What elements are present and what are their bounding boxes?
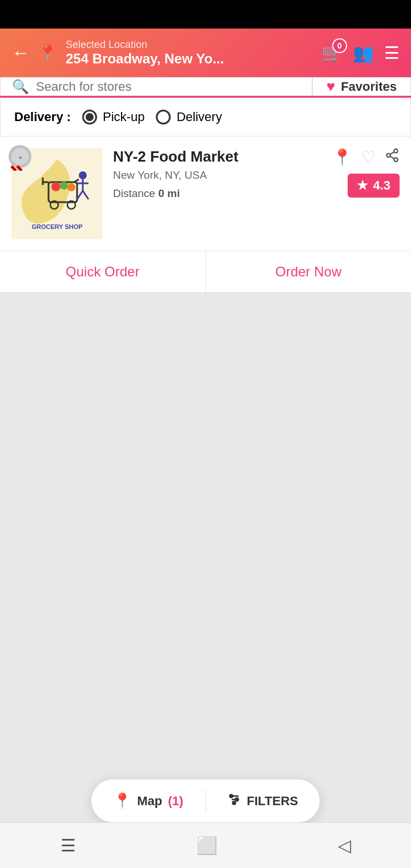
store-share-button[interactable] xyxy=(385,148,400,167)
store-card-footer: Quick Order Order Now xyxy=(0,251,411,292)
quick-order-button[interactable]: Quick Order xyxy=(0,251,206,292)
header-icons: 🛒 0 👥 ☰ xyxy=(321,43,400,63)
location-pin-icon: 📍 xyxy=(38,43,58,62)
header: ← 📍 Selected Location 254 Broadway, New … xyxy=(0,29,411,77)
nav-back-icon[interactable]: ◁ xyxy=(338,835,351,855)
delivery-picker-label: Delivery : xyxy=(14,110,71,124)
svg-point-22 xyxy=(386,154,390,158)
svg-point-29 xyxy=(230,794,233,797)
nav-menu-icon[interactable]: ☰ xyxy=(61,835,76,855)
bottom-bar: 📍 Map (1) FILTERS xyxy=(91,779,320,822)
search-input-wrapper: 🔍 xyxy=(0,77,312,96)
svg-point-23 xyxy=(394,158,398,162)
cart-badge: 0 xyxy=(332,38,347,53)
map-pin-icon: 📍 xyxy=(113,792,131,810)
store-logo-wrapper: ★ xyxy=(11,148,103,239)
heart-icon: ♥ xyxy=(327,78,335,95)
rating-value: 4.3 xyxy=(373,178,390,193)
svg-point-13 xyxy=(60,182,68,190)
store-rating: ★ 4.3 xyxy=(348,174,400,198)
medal-badge: ★ xyxy=(6,142,34,171)
location-info: Selected Location 254 Broadway, New Yo..… xyxy=(66,39,313,67)
star-icon: ★ xyxy=(357,178,368,193)
nav-home-icon[interactable]: ⬜ xyxy=(196,835,217,855)
status-bar xyxy=(0,0,411,29)
store-favorite-button[interactable]: ♡ xyxy=(361,148,376,167)
svg-point-31 xyxy=(233,801,236,804)
svg-point-21 xyxy=(394,149,398,153)
store-actions-row: 📍 ♡ ★ 4.3 xyxy=(332,148,400,198)
referral-icon[interactable]: 👥 xyxy=(353,43,374,63)
back-button[interactable]: ← xyxy=(11,42,30,63)
map-label: Map xyxy=(137,794,162,809)
cart-wrapper[interactable]: 🛒 0 xyxy=(321,43,342,63)
svg-text:GROCERY SHOP: GROCERY SHOP xyxy=(31,223,82,230)
pickup-option[interactable]: Pick-up xyxy=(82,110,144,124)
delivery-option[interactable]: Delivery xyxy=(156,110,221,124)
map-count: (1) xyxy=(168,794,183,809)
favorites-label: Favorites xyxy=(341,79,397,94)
delivery-picker: Delivery : Pick-up Delivery xyxy=(0,98,411,136)
svg-line-24 xyxy=(390,156,394,159)
delivery-label: Delivery xyxy=(176,110,221,124)
favorites-button[interactable]: ♥ Favorites xyxy=(312,77,411,96)
svg-line-25 xyxy=(390,152,394,154)
store-location-button[interactable]: 📍 xyxy=(332,148,352,167)
nav-bar: ☰ ⬜ ◁ xyxy=(0,822,411,868)
search-icon: 🔍 xyxy=(12,79,29,95)
map-button[interactable]: 📍 Map (1) xyxy=(91,779,206,822)
filters-label: FILTERS xyxy=(247,794,298,809)
store-card-main: ★ xyxy=(0,136,411,251)
svg-point-30 xyxy=(236,798,239,801)
search-input[interactable] xyxy=(36,79,300,94)
svg-text:★: ★ xyxy=(18,155,23,160)
svg-point-14 xyxy=(67,183,75,191)
search-bar: 🔍 ♥ Favorites xyxy=(0,77,411,98)
svg-point-12 xyxy=(51,182,61,191)
filters-icon xyxy=(227,793,241,810)
location-address: 254 Broadway, New Yo... xyxy=(66,51,248,67)
store-card: ★ xyxy=(0,136,411,293)
filters-button[interactable]: FILTERS xyxy=(206,780,320,822)
menu-icon[interactable]: ☰ xyxy=(384,43,400,63)
selected-location-label: Selected Location xyxy=(66,39,313,51)
order-now-button[interactable]: Order Now xyxy=(206,251,412,292)
pickup-radio[interactable] xyxy=(82,110,97,124)
delivery-radio[interactable] xyxy=(156,110,171,124)
pickup-label: Pick-up xyxy=(103,110,144,124)
svg-point-15 xyxy=(79,171,87,179)
